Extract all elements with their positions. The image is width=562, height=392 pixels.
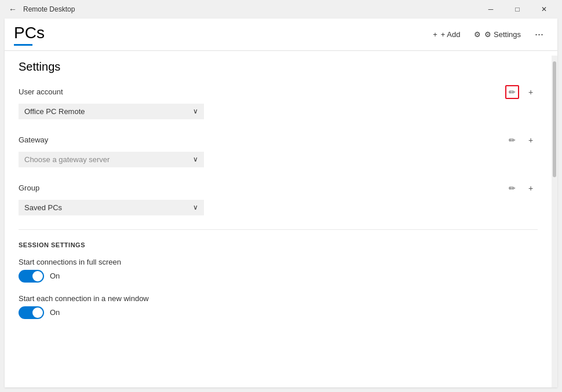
app-header: PCs + + Add ⚙ ⚙ Settings ···	[5, 19, 557, 46]
user-account-chevron: ∨	[193, 107, 198, 115]
new-window-status: On	[50, 308, 60, 317]
group-add-button[interactable]: +	[524, 181, 538, 195]
gateway-edit-button[interactable]: ✏	[505, 133, 519, 147]
maximize-button[interactable]: □	[504, 0, 531, 19]
user-account-label: User account	[19, 87, 63, 96]
full-screen-row: Start connections in full screen On	[19, 258, 538, 283]
titlebar: ← Remote Desktop ─ □ ✕	[0, 0, 562, 19]
group-edit-button[interactable]: ✏	[505, 181, 519, 195]
gateway-chevron: ∨	[193, 155, 198, 163]
gateway-add-button[interactable]: +	[524, 133, 538, 147]
group-value: Saved PCs	[24, 203, 62, 212]
group-section: Group ✏ + Saved PCs ∨	[19, 181, 538, 215]
content-area: Settings User account ✏ + Office PC	[5, 56, 557, 387]
pencil-icon: ✏	[509, 135, 516, 145]
gateway-icons: ✏ +	[505, 133, 538, 147]
gear-icon: ⚙	[474, 30, 481, 39]
plus-icon: +	[528, 184, 533, 193]
user-account-section: User account ✏ + Office PC Remote ∨	[19, 85, 538, 119]
user-account-icons: ✏ +	[505, 85, 538, 99]
app-toolbar: + + Add ⚙ ⚙ Settings ···	[428, 26, 548, 43]
window-controls: ─ □ ✕	[477, 0, 557, 19]
group-label: Group	[19, 184, 39, 192]
user-account-edit-button[interactable]: ✏	[505, 85, 519, 99]
add-button[interactable]: + + Add	[428, 28, 465, 41]
app-window: PCs + + Add ⚙ ⚙ Settings ··· Settings	[5, 19, 557, 387]
pencil-icon: ✏	[509, 184, 516, 193]
main-content: Settings User account ✏ + Office PC	[5, 56, 552, 387]
user-account-header: User account ✏ +	[19, 85, 538, 99]
new-window-label: Start each connection in a new window	[19, 294, 538, 303]
add-icon: +	[433, 30, 437, 39]
scrollbar-thumb[interactable]	[553, 61, 556, 177]
user-account-add-button[interactable]: +	[524, 85, 538, 99]
full-screen-toggle[interactable]	[19, 270, 44, 283]
close-button[interactable]: ✕	[531, 0, 557, 19]
group-chevron: ∨	[193, 203, 198, 211]
back-button[interactable]: ←	[5, 1, 21, 17]
header-divider	[5, 50, 557, 51]
new-window-toggle-knob	[32, 307, 43, 318]
gateway-label: Gateway	[19, 135, 48, 144]
gateway-header: Gateway ✏ +	[19, 133, 538, 147]
gateway-dropdown[interactable]: Choose a gateway server ∨	[19, 152, 204, 167]
plus-icon: +	[528, 87, 533, 97]
gateway-section: Gateway ✏ + Choose a gateway server ∨	[19, 133, 538, 167]
session-settings-label: SESSION SETTINGS	[19, 241, 538, 248]
minimize-button[interactable]: ─	[477, 0, 504, 19]
session-divider	[19, 229, 538, 230]
full-screen-label: Start connections in full screen	[19, 258, 538, 266]
more-button[interactable]: ···	[530, 26, 548, 43]
app-title: PCs	[14, 23, 45, 43]
group-dropdown[interactable]: Saved PCs ∨	[19, 200, 204, 215]
plus-icon: +	[528, 135, 533, 145]
user-account-dropdown[interactable]: Office PC Remote ∨	[19, 104, 204, 119]
new-window-toggle[interactable]	[19, 306, 44, 319]
full-screen-toggle-knob	[32, 271, 43, 281]
settings-title: Settings	[19, 60, 538, 74]
scrollbar-track[interactable]	[552, 56, 557, 387]
pencil-icon: ✏	[509, 87, 516, 97]
group-icons: ✏ +	[505, 181, 538, 195]
group-header: Group ✏ +	[19, 181, 538, 195]
back-icon: ←	[9, 5, 17, 14]
user-account-value: Office PC Remote	[24, 107, 85, 116]
new-window-toggle-container: On	[19, 306, 538, 319]
titlebar-title: Remote Desktop	[23, 5, 477, 13]
full-screen-status: On	[50, 272, 60, 280]
title-underline	[14, 44, 32, 46]
app-title-area: PCs	[14, 23, 45, 46]
settings-button[interactable]: ⚙ ⚙ Settings	[469, 28, 525, 41]
gateway-placeholder: Choose a gateway server	[24, 155, 110, 164]
full-screen-toggle-container: On	[19, 270, 538, 283]
new-window-row: Start each connection in a new window On	[19, 294, 538, 319]
